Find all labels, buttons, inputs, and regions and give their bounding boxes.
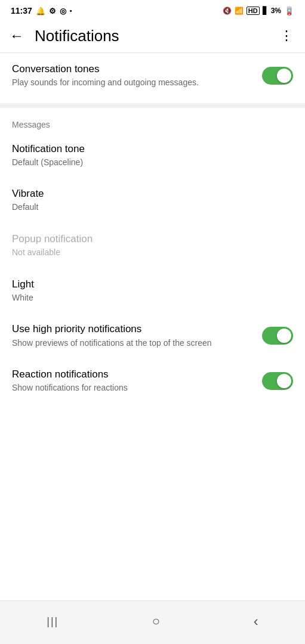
high-priority-title: Use high priority notifications <box>12 323 255 336</box>
status-bar: 11:37 🔔 ⚙ ◎ • 🔇 📶 HD ▋ 3% 🪫 <box>0 0 305 19</box>
reaction-notifications-content: Reaction notifications Show notification… <box>12 368 262 394</box>
conversation-tones-subtitle: Play sounds for incoming and outgoing me… <box>12 77 255 89</box>
popup-notification-row: Popup notification Not available <box>0 223 305 268</box>
conversation-tones-content: Conversation tones Play sounds for incom… <box>12 63 262 89</box>
dot-icon: • <box>70 7 72 14</box>
high-priority-toggle[interactable] <box>262 327 293 345</box>
reaction-notifications-title: Reaction notifications <box>12 368 255 381</box>
reaction-notifications-toggle[interactable] <box>262 372 293 390</box>
recent-apps-button[interactable]: ||| <box>32 611 73 633</box>
status-left: 11:37 🔔 ⚙ ◎ • <box>11 6 72 16</box>
header: ← Notifications ⋮ <box>0 19 305 52</box>
light-content: Light White <box>12 278 293 304</box>
section-1: Conversation tones Play sounds for incom… <box>0 53 305 98</box>
notification-tone-title: Notification tone <box>12 143 286 156</box>
more-options-button[interactable]: ⋮ <box>276 24 297 47</box>
conversation-tones-row[interactable]: Conversation tones Play sounds for incom… <box>0 53 305 98</box>
vibrate-title: Vibrate <box>12 187 286 200</box>
vibrate-row[interactable]: Vibrate Default <box>0 178 305 223</box>
notification-tone-content: Notification tone Default (Spaceline) <box>12 143 293 169</box>
popup-notification-content: Popup notification Not available <box>12 233 293 259</box>
light-title: Light <box>12 278 286 291</box>
status-right: 🔇 📶 HD ▋ 3% 🪫 <box>223 6 294 16</box>
status-time: 11:37 <box>11 6 32 16</box>
conversation-tones-slider <box>262 67 293 85</box>
signal-icon: ▋ <box>263 7 268 15</box>
home-button[interactable]: ○ <box>138 609 174 634</box>
battery-text: 3% <box>271 7 281 15</box>
high-priority-row[interactable]: Use high priority notifications Show pre… <box>0 313 305 358</box>
circle-icon: ◎ <box>60 7 66 16</box>
high-priority-slider <box>262 327 293 345</box>
settings-icon: ⚙ <box>49 7 56 16</box>
wifi-icon: 📶 <box>235 7 244 15</box>
battery-icon: 🪫 <box>284 6 294 16</box>
back-nav-button[interactable]: ‹ <box>239 608 273 634</box>
section-2: Messages Notification tone Default (Spac… <box>0 113 305 404</box>
reaction-notifications-row[interactable]: Reaction notifications Show notification… <box>0 358 305 404</box>
conversation-tones-toggle[interactable] <box>262 67 293 85</box>
vibrate-content: Vibrate Default <box>12 187 293 213</box>
popup-notification-title: Popup notification <box>12 233 286 246</box>
light-row[interactable]: Light White <box>0 268 305 314</box>
page-title: Notifications <box>35 27 119 45</box>
nav-bar: ||| ○ ‹ <box>0 600 305 644</box>
vibrate-subtitle: Default <box>12 202 286 213</box>
notification-tone-row[interactable]: Notification tone Default (Spaceline) <box>0 133 305 178</box>
reaction-notifications-slider <box>262 372 293 390</box>
reaction-notifications-subtitle: Show notifications for reactions <box>12 382 255 394</box>
messages-section-label: Messages <box>0 113 305 133</box>
header-left: ← Notifications <box>6 24 119 48</box>
mute-icon: 🔇 <box>223 7 232 15</box>
high-priority-content: Use high priority notifications Show pre… <box>12 323 262 349</box>
conversation-tones-title: Conversation tones <box>12 63 255 76</box>
notification-icon: 🔔 <box>36 7 45 16</box>
popup-notification-subtitle: Not available <box>12 247 286 259</box>
back-button[interactable]: ← <box>6 24 27 48</box>
light-subtitle: White <box>12 292 286 304</box>
section-divider <box>0 103 305 108</box>
hd-icon: HD <box>247 7 260 15</box>
notification-tone-subtitle: Default (Spaceline) <box>12 157 286 169</box>
high-priority-subtitle: Show previews of notifications at the to… <box>12 338 255 349</box>
